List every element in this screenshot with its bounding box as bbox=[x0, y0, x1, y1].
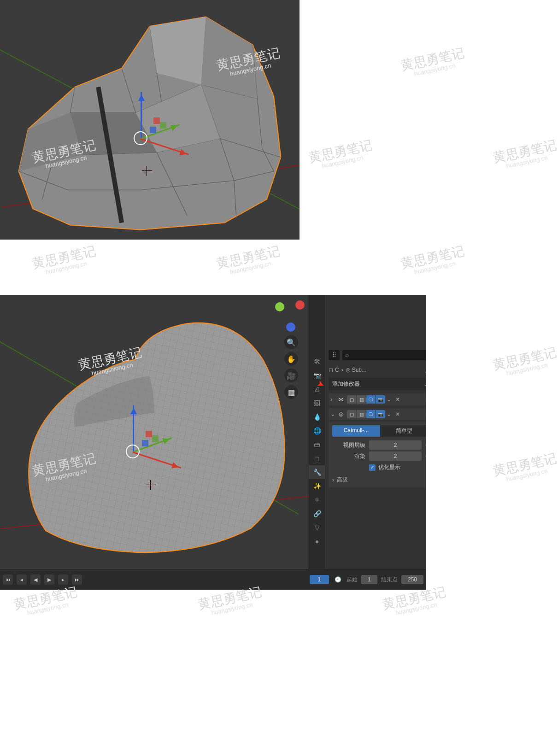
tab-particles[interactable]: ✨ bbox=[309, 479, 325, 493]
animate-dot[interactable] bbox=[425, 444, 426, 446]
catmull-button[interactable]: Catmull-... bbox=[332, 425, 380, 437]
start-label: 起始 bbox=[347, 576, 358, 584]
keyframe-prev-icon[interactable]: ◂ bbox=[17, 574, 27, 585]
tab-constraints[interactable]: 🔗 bbox=[309, 507, 325, 521]
drag-handle[interactable]: ⠿⠿ bbox=[425, 397, 426, 402]
tab-object[interactable]: ◻ bbox=[309, 451, 325, 465]
tab-modifiers[interactable]: 🔧 bbox=[309, 465, 325, 479]
drag-handle[interactable]: ⠿⠿ bbox=[425, 412, 426, 417]
search-input[interactable] bbox=[342, 350, 426, 360]
simple-button[interactable]: 简单型 bbox=[380, 425, 426, 437]
animate-dot[interactable] bbox=[425, 455, 426, 457]
tab-material[interactable]: ● bbox=[309, 534, 325, 548]
mod-toggle-editmode[interactable]: ▢ bbox=[347, 395, 356, 404]
mod-toggle-editmode[interactable]: ▢ bbox=[347, 410, 356, 418]
current-frame-input[interactable]: 1 bbox=[310, 575, 329, 584]
tab-physics[interactable]: ⚛ bbox=[309, 493, 325, 507]
viewport-top[interactable] bbox=[0, 0, 300, 240]
axis-z-ball[interactable] bbox=[286, 322, 295, 332]
subdiv-settings: Catmull-... 简单型 视图层级 2 渲染 2 ✓ 优化显示 bbox=[329, 422, 426, 487]
axis-y-ball[interactable] bbox=[275, 302, 284, 311]
end-label: 结束点 bbox=[381, 576, 398, 584]
keyframe-next-icon[interactable]: ▸ bbox=[58, 574, 68, 585]
timeline: ⏮ ◂ ◀ ▶ ▸ ⏭ 1 🕘 起始 1 结束点 250 bbox=[0, 569, 426, 590]
expand-icon[interactable]: › bbox=[330, 396, 336, 403]
end-frame-input[interactable]: 250 bbox=[401, 575, 423, 584]
mod-toggle-cage[interactable]: ▥ bbox=[357, 395, 366, 404]
tab-tool[interactable]: 🛠 bbox=[309, 355, 325, 369]
perspective-icon[interactable]: ▦ bbox=[284, 385, 298, 399]
mesh-object-subdiv[interactable] bbox=[0, 295, 309, 569]
breadcrumb: ◻ C › ◎ Sub... 📌 bbox=[325, 364, 426, 376]
chevron-right-icon: › bbox=[332, 477, 334, 483]
svg-marker-5 bbox=[201, 17, 258, 99]
clock-icon[interactable]: 🕘 bbox=[333, 574, 343, 585]
render-level-label: 渲染 bbox=[332, 452, 365, 460]
tab-viewlayer[interactable]: 🖼 bbox=[309, 396, 325, 410]
mirror-icon: ⋈ bbox=[337, 396, 345, 403]
dropdown-icon[interactable]: ⌄ bbox=[387, 396, 392, 403]
breadcrumb-modifier[interactable]: ◎ Sub... bbox=[346, 367, 366, 373]
advanced-toggle[interactable]: › 高级 bbox=[332, 476, 426, 484]
mod-toggle-render[interactable]: 📷 bbox=[376, 410, 385, 418]
mod-toggle-render[interactable]: 📷 bbox=[376, 395, 385, 404]
viewport-level-input[interactable]: 2 bbox=[369, 440, 422, 450]
start-frame-input[interactable]: 1 bbox=[361, 575, 377, 584]
options-icon[interactable]: ⠿ bbox=[329, 350, 340, 360]
zoom-icon[interactable]: 🔍 bbox=[284, 335, 298, 349]
jump-end-icon[interactable]: ⏭ bbox=[72, 574, 82, 585]
add-modifier-label: 添加修改器 bbox=[332, 380, 360, 388]
nav-gizmo[interactable] bbox=[275, 300, 307, 333]
tab-scene[interactable]: 💧 bbox=[309, 410, 325, 424]
mod-toggle-cage[interactable]: ▥ bbox=[357, 410, 366, 418]
add-modifier-dropdown[interactable]: ➤ 添加修改器 bbox=[329, 378, 426, 390]
play-reverse-icon[interactable]: ◀ bbox=[30, 574, 41, 585]
delete-icon[interactable]: ✕ bbox=[395, 396, 400, 403]
subdiv-icon: ◎ bbox=[337, 410, 345, 418]
pan-icon[interactable]: ✋ bbox=[284, 352, 298, 366]
mod-toggle-viewport[interactable]: 🖵 bbox=[366, 410, 376, 418]
optimal-display-checkbox[interactable]: ✓ bbox=[369, 464, 376, 471]
modifier-mirror-row[interactable]: › ⋈ ▢ ▥ 🖵 📷 ⌄ ✕ ⠿⠿ bbox=[329, 393, 426, 405]
optimal-display-label: 优化显示 bbox=[378, 463, 400, 471]
pin-icon[interactable]: 📌 bbox=[425, 367, 426, 373]
properties-panel: 🛠 📷 🖨 🖼 💧 🌐 🗃 ◻ 🔧 ✨ ⚛ 🔗 ▽ ● ⠿ ◻ C › ◎ Su… bbox=[309, 295, 426, 569]
viewport-bottom[interactable]: 🔍 ✋ 🎥 ▦ 🛠 📷 🖨 🖼 💧 🌐 🗃 ◻ 🔧 ✨ ⚛ 🔗 ▽ ● ⠿ bbox=[0, 295, 426, 590]
render-level-input[interactable]: 2 bbox=[369, 451, 422, 461]
axis-x-ball[interactable] bbox=[295, 300, 305, 310]
camera-icon[interactable]: 🎥 bbox=[284, 369, 298, 382]
tab-data[interactable]: ▽ bbox=[309, 521, 325, 534]
viewport-level-label: 视图层级 bbox=[332, 441, 365, 449]
delete-icon[interactable]: ✕ bbox=[395, 411, 400, 417]
jump-start-icon[interactable]: ⏮ bbox=[3, 574, 13, 585]
tab-world[interactable]: 🌐 bbox=[309, 424, 325, 438]
mesh-object-lowpoly[interactable] bbox=[0, 0, 300, 240]
breadcrumb-object[interactable]: ◻ C bbox=[329, 367, 339, 373]
properties-tabs: 🛠 📷 🖨 🖼 💧 🌐 🗃 ◻ 🔧 ✨ ⚛ 🔗 ▽ ● bbox=[309, 295, 325, 569]
mod-toggle-viewport[interactable]: 🖵 bbox=[366, 395, 376, 404]
modifier-subdiv-row[interactable]: ⌄ ◎ ▢ ▥ 🖵 📷 ⌄ ✕ ⠿⠿ bbox=[329, 408, 426, 420]
play-icon[interactable]: ▶ bbox=[44, 574, 54, 585]
dropdown-icon[interactable]: ⌄ bbox=[387, 411, 392, 417]
tab-collection[interactable]: 🗃 bbox=[309, 438, 325, 451]
collapse-icon[interactable]: ⌄ bbox=[330, 411, 336, 417]
